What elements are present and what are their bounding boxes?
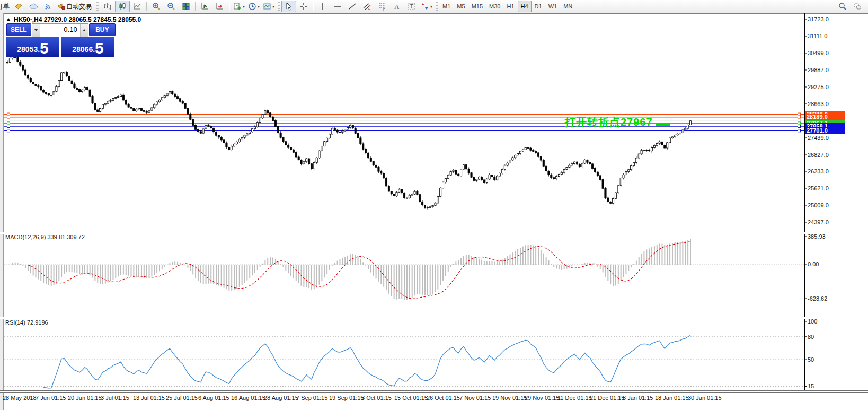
rsi-label: RSI(14) 72.9196 [5, 319, 48, 326]
price-tick-label: 29275.0 [808, 84, 829, 90]
rsi-tick-label: 50 [808, 356, 814, 363]
equidistant-channel-button[interactable]: E [360, 1, 375, 12]
pane-separator-macd-rsi[interactable] [0, 317, 868, 319]
zoom-in-button[interactable] [149, 1, 164, 12]
arrows-button[interactable]: ▾ [419, 1, 434, 12]
search-button[interactable] [835, 1, 850, 12]
trendline-button[interactable] [345, 1, 360, 12]
vertical-line-button[interactable] [315, 1, 330, 12]
line-chart-button[interactable] [130, 1, 145, 12]
date-axis-label: 3 Jul 01:15 [101, 395, 129, 401]
autotrade-button[interactable]: 自动交易 [56, 1, 95, 12]
collapse-pane-icon[interactable] [6, 18, 11, 21]
text-icon: A [393, 2, 401, 11]
templates-icon [263, 2, 271, 11]
chat-button[interactable] [850, 1, 865, 12]
price-tick-label: 31723.0 [808, 16, 829, 22]
date-axis-label: 13 Jul 01:15 [133, 395, 165, 401]
toolbar: 打单自动交易▾▾▾EFAT▾M1M5M15M30H1H4D1W1MN [0, 0, 868, 13]
buy-price[interactable]: 28066.5 [61, 37, 114, 57]
svg-text:E: E [368, 7, 370, 11]
new-chart-button[interactable]: ▾ [232, 1, 246, 12]
text-label-icon: T [408, 2, 416, 11]
chart-window [0, 13, 868, 410]
autotrade-icon [57, 2, 66, 11]
date-axis-label: 20 Jun 01:15 [68, 395, 102, 401]
text-label-button[interactable]: T [404, 1, 419, 12]
date-axis-label: 6 Aug 01:15 [198, 395, 229, 401]
price-tick-label: 28663.0 [808, 101, 829, 107]
zoom-out-button[interactable] [164, 1, 179, 12]
date-axis-label: 16 Aug 01:15 [231, 395, 265, 401]
tile-windows-icon [182, 2, 190, 11]
date-axis-label: 15 Oct 01:15 [394, 395, 428, 401]
date-axis-label: 30 Jan 01:15 [688, 395, 722, 401]
candles-chart-button[interactable] [115, 1, 130, 12]
pane-separator-rsi-dates [0, 390, 868, 393]
mql5-cloud-button[interactable] [26, 1, 41, 12]
mql5-cloud-icon [29, 2, 38, 11]
cursor-button[interactable] [281, 1, 296, 12]
date-axis-label: 28 May 2018 [3, 395, 37, 401]
toolbar-drag-handle[interactable] [278, 2, 280, 11]
fibonacci-button[interactable]: F [375, 1, 389, 12]
volume-increase-button[interactable] [80, 24, 88, 37]
new-order-label[interactable]: 打单 [0, 2, 10, 11]
price-tick-label: 26233.0 [808, 168, 829, 175]
templates-button[interactable]: ▾ [261, 1, 276, 12]
periods-button[interactable]: ▾ [246, 1, 261, 12]
price-tick-label: 24397.0 [808, 219, 829, 225]
chevron-down-icon: ▾ [243, 4, 245, 9]
mt4-window: 打单自动交易▾▾▾EFAT▾M1M5M15M30H1H4D1W1MN HK50-… [0, 0, 868, 410]
text-button[interactable]: A [389, 1, 404, 12]
toolbar-drag-handle[interactable] [436, 2, 438, 11]
auto-scroll-icon [201, 2, 209, 11]
tile-windows-button[interactable] [179, 1, 193, 12]
date-axis-label: 25 Jul 01:15 [166, 395, 198, 401]
signals-button[interactable] [41, 1, 56, 12]
new-order-button[interactable] [11, 1, 26, 12]
toolbar-separator [195, 2, 196, 11]
sell-price[interactable]: 28053.5 [6, 37, 60, 57]
date-axis-label: 7 Nov 01:15 [459, 395, 491, 401]
price-tick-label: 31111.0 [808, 33, 827, 39]
timeframe-h1-button[interactable]: H1 [503, 1, 517, 12]
volume-decrease-button[interactable] [32, 24, 40, 37]
pivot-annotation-text[interactable]: 打开转折点27967 [565, 115, 653, 129]
timeframe-h4-button[interactable]: H4 [518, 1, 532, 12]
date-axis-label: 3 Oct 01:15 [361, 395, 392, 401]
crosshair-button[interactable] [296, 1, 311, 12]
volume-input[interactable]: 0.10 [40, 24, 80, 37]
timeframe-m15-button[interactable]: M15 [468, 1, 486, 12]
timeframe-m30-button[interactable]: M30 [486, 1, 503, 12]
macd-label: MACD(12,26,9) 339.81 309.72 [5, 234, 85, 240]
auto-scroll-button[interactable] [198, 1, 212, 12]
buy-button[interactable]: BUY [89, 23, 116, 36]
rsi-tick-label: 100 [808, 318, 817, 325]
timeframe-mn-button[interactable]: MN [560, 1, 575, 12]
chart-shift-button[interactable] [212, 1, 227, 12]
crosshair-icon [299, 2, 308, 11]
sell-button[interactable]: SELL [6, 23, 31, 36]
date-axis-label: 28 Aug 01:15 [264, 395, 298, 401]
timeframe-m5-button[interactable]: M5 [454, 1, 468, 12]
zoom-out-icon [167, 2, 175, 11]
macd-tick-label: 385.93 [808, 233, 826, 240]
date-axis-label: 19 Sep 01:15 [329, 395, 364, 401]
toolbar-drag-handle[interactable] [96, 2, 99, 11]
pane-separator-main-macd[interactable] [0, 232, 868, 234]
toolbar-separator [313, 2, 314, 11]
svg-text:A: A [394, 3, 400, 11]
level-price-label[interactable]: 27701.0 [805, 127, 845, 134]
bars-chart-button[interactable] [100, 1, 115, 12]
candles-chart-icon [118, 2, 127, 11]
new-order-icon [14, 2, 23, 11]
timeframe-m1-button[interactable]: M1 [439, 1, 454, 12]
horizontal-line-button[interactable] [330, 1, 345, 12]
timeframe-w1-button[interactable]: W1 [545, 1, 561, 12]
signals-icon [44, 2, 52, 11]
timeframe-d1-button[interactable]: D1 [532, 1, 545, 12]
chevron-down-icon: ▾ [258, 4, 260, 9]
arrows-icon [421, 2, 429, 11]
chart-title-text: HK50-,H4 27929.0 28065.5 27845.5 28055.0 [14, 16, 141, 23]
